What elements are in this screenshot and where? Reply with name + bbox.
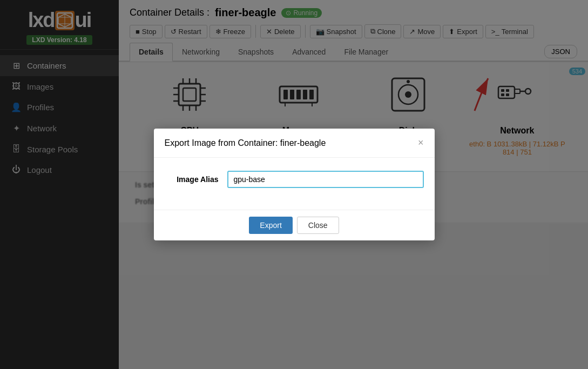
modal-close-btn[interactable]: Close (297, 217, 339, 234)
export-confirm-button[interactable]: Export (249, 217, 292, 234)
modal-overlay[interactable]: Export Image from Container: finer-beagl… (0, 0, 588, 369)
image-alias-label: Image Alias (165, 175, 219, 184)
modal-footer: Export Close (154, 210, 435, 240)
modal-close-button[interactable]: × (418, 137, 424, 149)
export-modal: Export Image from Container: finer-beagl… (154, 129, 435, 240)
modal-header: Export Image from Container: finer-beagl… (154, 129, 435, 158)
modal-title: Export Image from Container: finer-beagl… (165, 138, 326, 148)
image-alias-row: Image Alias (165, 171, 424, 188)
image-alias-input[interactable] (227, 171, 424, 188)
modal-body: Image Alias (154, 158, 435, 210)
